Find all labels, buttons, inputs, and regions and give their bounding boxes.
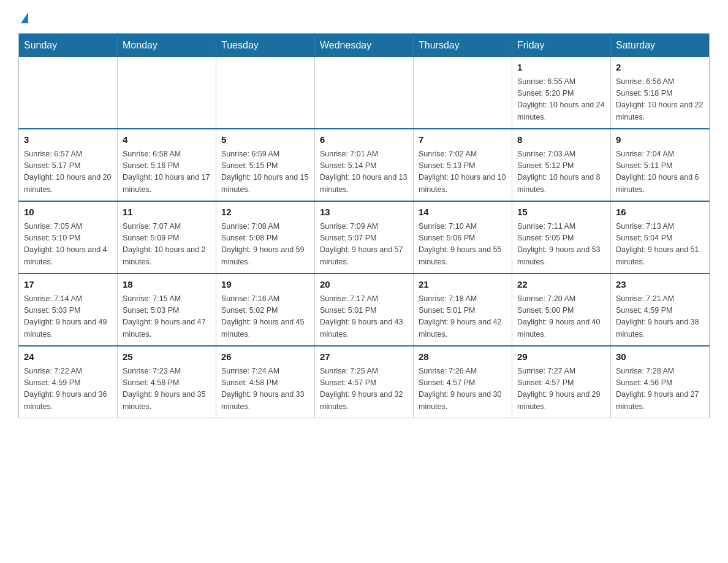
day-number: 21 [419,278,507,292]
day-number: 3 [24,133,112,147]
calendar-table: SundayMondayTuesdayWednesdayThursdayFrid… [18,33,710,418]
day-number: 11 [123,205,211,220]
day-info: Sunrise: 7:01 AM Sunset: 5:14 PM Dayligh… [320,148,408,196]
day-info: Sunrise: 7:09 AM Sunset: 5:07 PM Dayligh… [320,221,408,269]
day-number: 19 [221,278,309,292]
day-number: 22 [517,278,605,292]
calendar-header-sunday: Sunday [19,34,118,58]
day-number: 15 [517,205,605,220]
calendar-cell: 14Sunrise: 7:10 AM Sunset: 5:06 PM Dayli… [414,201,512,274]
day-number: 25 [123,350,211,364]
day-info: Sunrise: 7:13 AM Sunset: 5:04 PM Dayligh… [616,221,704,269]
day-info: Sunrise: 7:23 AM Sunset: 4:58 PM Dayligh… [123,366,211,413]
day-number: 5 [221,133,309,147]
day-number: 4 [123,133,211,147]
day-number: 20 [320,278,408,292]
calendar-week-row: 1Sunrise: 6:55 AM Sunset: 5:20 PM Daylig… [19,57,710,129]
day-number: 7 [419,133,507,147]
calendar-cell: 10Sunrise: 7:05 AM Sunset: 5:10 PM Dayli… [19,201,118,274]
day-number: 18 [123,278,211,292]
day-info: Sunrise: 7:24 AM Sunset: 4:58 PM Dayligh… [221,366,309,413]
day-number: 13 [320,205,408,220]
calendar-header-wednesday: Wednesday [315,34,414,58]
calendar-cell: 5Sunrise: 6:59 AM Sunset: 5:15 PM Daylig… [216,129,315,201]
day-info: Sunrise: 7:17 AM Sunset: 5:01 PM Dayligh… [320,293,408,341]
day-info: Sunrise: 7:15 AM Sunset: 5:03 PM Dayligh… [123,293,211,341]
calendar-week-row: 24Sunrise: 7:22 AM Sunset: 4:59 PM Dayli… [19,346,710,418]
calendar-cell: 12Sunrise: 7:08 AM Sunset: 5:08 PM Dayli… [216,201,315,274]
day-info: Sunrise: 7:04 AM Sunset: 5:11 PM Dayligh… [616,148,704,196]
calendar-cell: 13Sunrise: 7:09 AM Sunset: 5:07 PM Dayli… [315,201,414,274]
day-info: Sunrise: 6:57 AM Sunset: 5:17 PM Dayligh… [24,148,112,196]
day-info: Sunrise: 7:18 AM Sunset: 5:01 PM Dayligh… [419,293,507,341]
calendar-cell: 21Sunrise: 7:18 AM Sunset: 5:01 PM Dayli… [414,274,512,346]
calendar-cell [216,57,315,129]
day-number: 10 [24,205,112,220]
calendar-cell: 7Sunrise: 7:02 AM Sunset: 5:13 PM Daylig… [414,129,512,201]
calendar-cell: 25Sunrise: 7:23 AM Sunset: 4:58 PM Dayli… [118,346,216,418]
day-info: Sunrise: 6:59 AM Sunset: 5:15 PM Dayligh… [221,148,309,196]
calendar-cell: 2Sunrise: 6:56 AM Sunset: 5:18 PM Daylig… [611,57,710,129]
day-info: Sunrise: 7:16 AM Sunset: 5:02 PM Dayligh… [221,293,309,341]
calendar-cell: 24Sunrise: 7:22 AM Sunset: 4:59 PM Dayli… [19,346,118,418]
calendar-cell: 11Sunrise: 7:07 AM Sunset: 5:09 PM Dayli… [118,201,216,274]
calendar-cell: 30Sunrise: 7:28 AM Sunset: 4:56 PM Dayli… [611,346,710,418]
calendar-header-row: SundayMondayTuesdayWednesdayThursdayFrid… [19,34,710,58]
day-number: 27 [320,350,408,364]
day-info: Sunrise: 7:14 AM Sunset: 5:03 PM Dayligh… [24,293,112,341]
calendar-cell: 28Sunrise: 7:26 AM Sunset: 4:57 PM Dayli… [414,346,512,418]
day-info: Sunrise: 7:08 AM Sunset: 5:08 PM Dayligh… [221,221,309,269]
day-number: 9 [616,133,704,147]
calendar-cell [19,57,118,129]
calendar-header-thursday: Thursday [414,34,512,58]
day-info: Sunrise: 7:05 AM Sunset: 5:10 PM Dayligh… [24,221,112,269]
calendar-header-saturday: Saturday [611,34,710,58]
day-number: 28 [419,350,507,364]
day-info: Sunrise: 7:02 AM Sunset: 5:13 PM Dayligh… [419,148,507,196]
calendar-cell: 23Sunrise: 7:21 AM Sunset: 4:59 PM Dayli… [611,274,710,346]
day-number: 8 [517,133,605,147]
calendar-cell: 8Sunrise: 7:03 AM Sunset: 5:12 PM Daylig… [512,129,611,201]
day-number: 12 [221,205,309,220]
day-info: Sunrise: 7:22 AM Sunset: 4:59 PM Dayligh… [24,366,112,413]
calendar-week-row: 3Sunrise: 6:57 AM Sunset: 5:17 PM Daylig… [19,129,710,201]
day-info: Sunrise: 7:03 AM Sunset: 5:12 PM Dayligh… [517,148,605,196]
calendar-cell: 20Sunrise: 7:17 AM Sunset: 5:01 PM Dayli… [315,274,414,346]
calendar-week-row: 17Sunrise: 7:14 AM Sunset: 5:03 PM Dayli… [19,274,710,346]
calendar-header-tuesday: Tuesday [216,34,315,58]
page-header [18,12,710,21]
day-number: 26 [221,350,309,364]
day-info: Sunrise: 6:55 AM Sunset: 5:20 PM Dayligh… [517,76,605,124]
day-info: Sunrise: 6:56 AM Sunset: 5:18 PM Dayligh… [616,76,704,124]
logo [18,12,28,21]
calendar-cell: 6Sunrise: 7:01 AM Sunset: 5:14 PM Daylig… [315,129,414,201]
day-number: 17 [24,278,112,292]
calendar-header-friday: Friday [512,34,611,58]
calendar-cell: 1Sunrise: 6:55 AM Sunset: 5:20 PM Daylig… [512,57,611,129]
calendar-cell: 26Sunrise: 7:24 AM Sunset: 4:58 PM Dayli… [216,346,315,418]
day-number: 30 [616,350,704,364]
calendar-cell: 9Sunrise: 7:04 AM Sunset: 5:11 PM Daylig… [611,129,710,201]
day-info: Sunrise: 6:58 AM Sunset: 5:16 PM Dayligh… [123,148,211,196]
logo-general-text [18,12,28,23]
day-info: Sunrise: 7:10 AM Sunset: 5:06 PM Dayligh… [419,221,507,269]
day-number: 6 [320,133,408,147]
calendar-cell: 22Sunrise: 7:20 AM Sunset: 5:00 PM Dayli… [512,274,611,346]
calendar-cell [315,57,414,129]
day-number: 2 [616,61,704,75]
day-number: 14 [419,205,507,220]
calendar-cell: 19Sunrise: 7:16 AM Sunset: 5:02 PM Dayli… [216,274,315,346]
calendar-cell: 3Sunrise: 6:57 AM Sunset: 5:17 PM Daylig… [19,129,118,201]
day-number: 24 [24,350,112,364]
day-info: Sunrise: 7:20 AM Sunset: 5:00 PM Dayligh… [517,293,605,341]
day-number: 29 [517,350,605,364]
day-info: Sunrise: 7:07 AM Sunset: 5:09 PM Dayligh… [123,221,211,269]
calendar-cell: 27Sunrise: 7:25 AM Sunset: 4:57 PM Dayli… [315,346,414,418]
calendar-cell [414,57,512,129]
day-info: Sunrise: 7:11 AM Sunset: 5:05 PM Dayligh… [517,221,605,269]
calendar-week-row: 10Sunrise: 7:05 AM Sunset: 5:10 PM Dayli… [19,201,710,274]
calendar-cell: 18Sunrise: 7:15 AM Sunset: 5:03 PM Dayli… [118,274,216,346]
calendar-cell: 4Sunrise: 6:58 AM Sunset: 5:16 PM Daylig… [118,129,216,201]
calendar-cell: 16Sunrise: 7:13 AM Sunset: 5:04 PM Dayli… [611,201,710,274]
calendar-cell [118,57,216,129]
